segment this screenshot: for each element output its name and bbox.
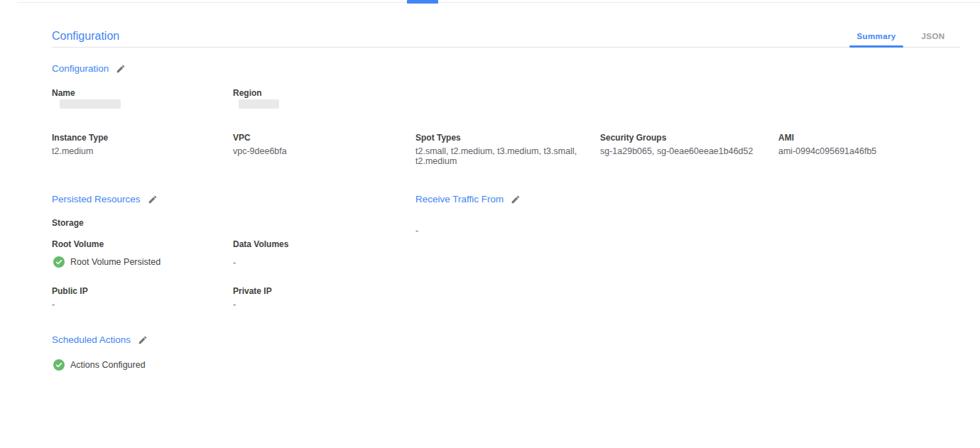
receive-traffic-from-label: Receive Traffic From xyxy=(415,194,503,204)
field-data-volumes: Data Volumes xyxy=(233,239,403,249)
configuration-section-label: Configuration xyxy=(52,63,109,74)
field-region-redacted-value xyxy=(239,99,279,109)
scheduled-actions-status-text: Actions Configured xyxy=(70,360,146,370)
edit-configuration-icon[interactable] xyxy=(116,64,126,74)
tab-summary-active-underline xyxy=(849,45,903,48)
field-instance-type: Instance Type t2.medium xyxy=(52,133,222,157)
field-vpc-value: vpc-9dee6bfa xyxy=(233,147,403,157)
field-name: Name xyxy=(52,88,222,98)
field-instance-type-label: Instance Type xyxy=(52,133,222,143)
field-private-ip-label: Private IP xyxy=(233,286,403,296)
field-ami-value: ami-0994c095691a46fb5 xyxy=(778,147,963,157)
persisted-resources-section-title: Persisted Resources xyxy=(52,194,158,204)
field-root-volume: Root Volume xyxy=(52,239,222,249)
edit-receive-traffic-from-icon[interactable] xyxy=(511,195,521,204)
field-public-ip-value: - xyxy=(52,300,55,310)
field-name-label: Name xyxy=(52,88,222,98)
receive-traffic-from-section-title: Receive Traffic From xyxy=(415,194,521,204)
field-private-ip: Private IP xyxy=(233,286,403,296)
tab-json[interactable]: JSON xyxy=(913,32,954,40)
field-spot-types-value: t2.small, t2.medium, t3.medium, t3.small… xyxy=(415,147,582,166)
edit-persisted-resources-icon[interactable] xyxy=(148,195,158,204)
persisted-resources-label: Persisted Resources xyxy=(52,194,141,204)
field-spot-types: Spot Types t2.small, t2.medium, t3.mediu… xyxy=(415,133,582,166)
check-circle-icon xyxy=(53,256,65,268)
edit-scheduled-actions-icon[interactable] xyxy=(138,335,148,345)
field-root-volume-label: Root Volume xyxy=(52,239,222,249)
check-circle-icon xyxy=(53,359,65,371)
configuration-summary-page: Configuration Summary JSON Configuration… xyxy=(0,0,980,448)
field-ami: AMI ami-0994c095691a46fb5 xyxy=(778,133,963,157)
field-vpc-label: VPC xyxy=(233,133,403,143)
scheduled-actions-status: Actions Configured xyxy=(53,359,146,371)
scheduled-actions-section-title: Scheduled Actions xyxy=(52,334,148,345)
field-name-redacted-value xyxy=(60,99,121,109)
root-volume-status: Root Volume Persisted xyxy=(53,256,160,268)
top-tabbar-divider xyxy=(17,2,980,3)
field-security-groups: Security Groups sg-1a29b065, sg-0eae60ee… xyxy=(600,133,774,157)
field-region-label: Region xyxy=(233,88,403,98)
scheduled-actions-label: Scheduled Actions xyxy=(52,334,131,345)
top-active-tab-indicator xyxy=(407,0,438,4)
field-security-groups-value: sg-1a29b065, sg-0eae60eeae1b46d52 xyxy=(600,147,774,157)
page-title: Configuration xyxy=(52,30,119,43)
field-instance-type-value: t2.medium xyxy=(52,147,222,157)
field-region: Region xyxy=(233,88,403,98)
receive-traffic-from-value: - xyxy=(415,226,418,236)
root-volume-status-text: Root Volume Persisted xyxy=(70,257,160,267)
configuration-section-title: Configuration xyxy=(52,63,126,74)
field-ami-label: AMI xyxy=(778,133,963,143)
storage-group-label: Storage xyxy=(52,218,84,228)
field-spot-types-label: Spot Types xyxy=(415,133,582,143)
field-vpc: VPC vpc-9dee6bfa xyxy=(233,133,403,157)
field-private-ip-value: - xyxy=(233,300,236,310)
tab-summary[interactable]: Summary xyxy=(849,32,903,40)
field-public-ip: Public IP xyxy=(52,286,222,296)
header-divider xyxy=(52,47,960,48)
field-data-volumes-label: Data Volumes xyxy=(233,239,403,249)
field-public-ip-label: Public IP xyxy=(52,286,222,296)
field-security-groups-label: Security Groups xyxy=(600,133,774,143)
field-data-volumes-value: - xyxy=(233,258,236,268)
